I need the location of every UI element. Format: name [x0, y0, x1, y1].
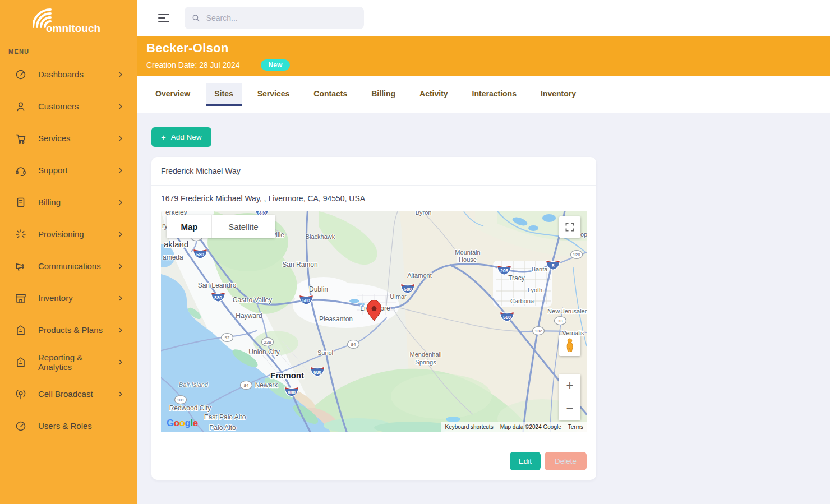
svg-text:Lyoth: Lyoth [528, 286, 543, 293]
search-input[interactable] [205, 13, 357, 23]
tab-interactions[interactable]: Interactions [464, 83, 525, 106]
svg-text:132: 132 [534, 329, 542, 334]
communications-megaphone-icon [15, 261, 26, 272]
sidebar-item-inventory[interactable]: Inventory [0, 282, 137, 314]
svg-text:akland: akland [164, 239, 188, 249]
tab-billing[interactable]: Billing [363, 83, 404, 106]
svg-text:Hayward: Hayward [236, 312, 262, 320]
chevron-right-icon [117, 263, 124, 270]
chevron-right-icon [117, 231, 124, 238]
sidebar-item-products-plans[interactable]: Products & Plans [0, 314, 137, 346]
svg-text:San Leandro: San Leandro [198, 281, 237, 289]
chevron-right-icon [117, 327, 124, 334]
sidebar-item-communications[interactable]: Communications [0, 250, 137, 282]
creation-date: Creation Date: 28 Jul 2024 [146, 61, 240, 70]
products-badge-icon [15, 325, 26, 336]
map-artwork: 5808806805806808805802055805139223884841… [161, 211, 587, 432]
svg-text:Bair Island: Bair Island [179, 381, 209, 388]
zoom-in-button[interactable]: + [559, 374, 580, 397]
svg-text:Byron: Byron [416, 211, 432, 216]
tab-overview[interactable]: Overview [147, 83, 199, 106]
sidebar-item-support[interactable]: Support [0, 154, 137, 186]
svg-text:op: op [580, 231, 587, 238]
menu-section-label: MENU [8, 48, 137, 55]
svg-text:Tracy: Tracy [508, 274, 525, 282]
zoom-out-button[interactable]: − [559, 397, 580, 420]
svg-text:Ulmar: Ulmar [390, 293, 407, 300]
svg-text:Blackhawk: Blackhawk [306, 233, 335, 240]
plus-icon: + [161, 133, 166, 141]
tab-sites[interactable]: Sites [206, 83, 241, 106]
sidebar-item-billing[interactable]: Billing [0, 186, 137, 218]
svg-text:Sunol: Sunol [317, 349, 333, 356]
services-cart-icon [15, 133, 26, 144]
chevron-right-icon [117, 103, 124, 110]
svg-text:Altamont: Altamont [407, 272, 431, 279]
main-area: Becker-Olson Creation Date: 28 Jul 2024 … [137, 0, 830, 504]
svg-text:880: 880 [214, 295, 222, 300]
fullscreen-button[interactable] [559, 216, 580, 238]
svg-text:omnitouch: omnitouch [46, 22, 100, 34]
svg-text:Carbona: Carbona [510, 298, 534, 304]
svg-text:580: 580 [404, 286, 412, 292]
pegman-control[interactable] [559, 335, 580, 356]
tab-inventory[interactable]: Inventory [532, 83, 584, 106]
svg-text:880: 880 [288, 390, 296, 395]
svg-text:580: 580 [196, 252, 204, 257]
sidebar-item-customers[interactable]: Customers [0, 90, 137, 122]
svg-text:580: 580 [503, 315, 511, 320]
svg-text:Mountain: Mountain [455, 249, 480, 256]
tab-services[interactable]: Services [249, 83, 298, 106]
terms-link[interactable]: Terms [565, 422, 587, 432]
google-map-canvas[interactable]: 5808806805806808805802055805139223884841… [161, 211, 587, 432]
svg-text:House: House [459, 256, 477, 263]
sidebar-item-users-roles[interactable]: Users & Roles [0, 410, 137, 442]
sidebar-item-cell-broadcast[interactable]: Cell Broadcast [0, 378, 137, 410]
tab-contacts[interactable]: Contacts [305, 83, 356, 106]
svg-text:ameda: ameda [163, 253, 183, 261]
omnitouch-logo-icon: omnitouch [33, 6, 117, 35]
hamburger-menu-icon[interactable] [158, 12, 169, 24]
omnitouch-logo: omnitouch [0, 0, 137, 36]
svg-text:Fremont: Fremont [270, 371, 304, 380]
sidebar: omnitouch MENU Dashboards Customers Serv… [0, 0, 137, 504]
svg-text:101: 101 [177, 397, 185, 403]
svg-text:Banta: Banta [532, 266, 548, 272]
tab-activity[interactable]: Activity [411, 83, 457, 106]
status-badge: New [261, 59, 290, 71]
svg-text:Palo Alto: Palo Alto [209, 424, 236, 432]
svg-text:92: 92 [225, 335, 230, 340]
search-box [185, 7, 364, 29]
sidebar-item-reporting-analytics[interactable]: Reporting & Analytics [0, 346, 137, 378]
map-attribution: Keyboard shortcuts Map data ©2024 Google… [441, 422, 587, 432]
map-data-text: Map data ©2024 Google [497, 422, 565, 432]
svg-text:Dublin: Dublin [309, 285, 328, 293]
map-type-control: Map Satellite [167, 215, 275, 238]
map-type-satellite-button[interactable]: Satellite [212, 215, 275, 238]
svg-text:33: 33 [558, 318, 563, 323]
add-new-button[interactable]: + Add New [151, 127, 211, 147]
map-type-map-button[interactable]: Map [167, 215, 212, 238]
tabs-bar: Overview Sites Services Contacts Billing… [137, 76, 830, 113]
topbar [137, 0, 830, 36]
sidebar-item-services[interactable]: Services [0, 122, 137, 154]
app-root: omnitouch MENU Dashboards Customers Serv… [0, 0, 830, 504]
svg-text:Union City: Union City [248, 348, 279, 356]
sidebar-item-provisioning[interactable]: Provisioning [0, 218, 137, 250]
sidebar-nav: Dashboards Customers Services Support Bi [0, 58, 137, 442]
site-card-title: Frederick Michael Way [151, 157, 596, 186]
search-icon [192, 13, 200, 22]
svg-text:84: 84 [351, 342, 356, 347]
svg-text:Redwood City: Redwood City [169, 404, 211, 412]
sidebar-item-dashboards[interactable]: Dashboards [0, 58, 137, 90]
svg-text:Castro Valley: Castro Valley [233, 296, 272, 304]
svg-text:Springs: Springs [415, 359, 436, 366]
delete-button[interactable]: Delete [545, 452, 587, 470]
customer-banner: Becker-Olson Creation Date: 28 Jul 2024 … [137, 36, 830, 76]
site-address: 1679 Frederick Michael Way, , Livermore,… [161, 194, 587, 203]
zoom-control: + − [559, 374, 580, 420]
edit-button[interactable]: Edit [510, 452, 541, 470]
svg-text:Newark: Newark [255, 381, 279, 389]
keyboard-shortcuts-link[interactable]: Keyboard shortcuts [441, 422, 496, 432]
google-logo: Google [167, 418, 198, 429]
